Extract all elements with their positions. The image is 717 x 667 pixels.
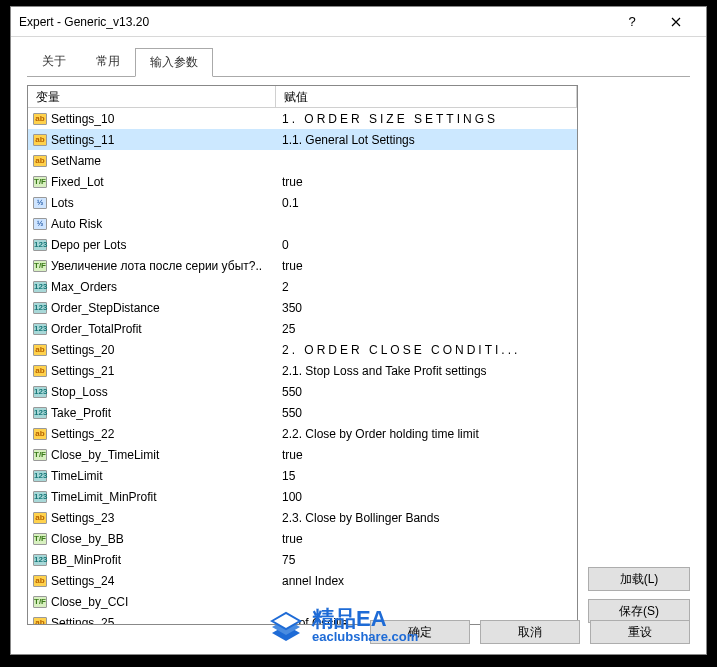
table-row[interactable]: 123Take_Profit550 [28, 402, 577, 423]
variable-name: Settings_22 [51, 427, 114, 441]
cell-variable: 123Depo per Lots [28, 238, 276, 252]
table-row[interactable]: T/FУвеличение лота после серии убыт?..tr… [28, 255, 577, 276]
cell-variable: abSettings_21 [28, 364, 276, 378]
table-row[interactable]: 123Order_TotalProfit25 [28, 318, 577, 339]
table-row[interactable]: abSettings_22 2.2. Close by Order holdin… [28, 423, 577, 444]
type-vf-icon: T/F [33, 176, 47, 188]
type-12a-icon: 123 [33, 407, 47, 419]
cell-value[interactable]: 1. ORDER SIZE SETTINGS [276, 112, 577, 126]
cell-value[interactable]: 2 [276, 280, 577, 294]
type-vf-icon: T/F [33, 533, 47, 545]
cell-variable: 123Order_StepDistance [28, 301, 276, 315]
table-row[interactable]: T/FClose_by_BBtrue [28, 528, 577, 549]
type-ab-icon: ab [33, 344, 47, 356]
tab-common[interactable]: 常用 [81, 47, 135, 76]
cell-variable: T/FClose_by_BB [28, 532, 276, 546]
table-row[interactable]: 123TimeLimit15 [28, 465, 577, 486]
variable-name: Auto Risk [51, 217, 102, 231]
cell-value[interactable]: 15 [276, 469, 577, 483]
table-row[interactable]: 123Stop_Loss550 [28, 381, 577, 402]
type-ab-icon: ab [33, 617, 47, 626]
cell-value[interactable]: 2.1. Stop Loss and Take Profit settings [276, 364, 577, 378]
cell-variable: T/FFixed_Lot [28, 175, 276, 189]
help-button[interactable]: ? [610, 8, 654, 36]
table-row[interactable]: ½Lots0.1 [28, 192, 577, 213]
type-vf-icon: T/F [33, 596, 47, 608]
cell-value[interactable]: 25 [276, 322, 577, 336]
cell-value[interactable]: 2.2. Close by Order holding time limit [276, 427, 577, 441]
type-12a-icon: 123 [33, 470, 47, 482]
cell-variable: 123Take_Profit [28, 406, 276, 420]
table-row[interactable]: abSettings_24 annel Index [28, 570, 577, 591]
cell-variable: abSettings_24 [28, 574, 276, 588]
cell-variable: T/FClose_by_TimeLimit [28, 448, 276, 462]
cell-value[interactable]: 0 [276, 238, 577, 252]
table-row[interactable]: abSettings_23 2.3. Close by Bollinger Ba… [28, 507, 577, 528]
header-value[interactable]: 赋值 [276, 86, 577, 107]
cell-value[interactable]: 100 [276, 490, 577, 504]
type-12a-icon: 123 [33, 281, 47, 293]
cell-value[interactable]: 350 [276, 301, 577, 315]
table-row[interactable]: abSettings_202. ORDER CLOSE CONDITI... [28, 339, 577, 360]
content-area: 变量 赋值 abSettings_101. ORDER SIZE SETTING… [11, 77, 706, 637]
table-row[interactable]: ½Auto Risk [28, 213, 577, 234]
cancel-button[interactable]: 取消 [480, 620, 580, 644]
cell-value[interactable]: 75 [276, 553, 577, 567]
table-row[interactable]: abSettings_101. ORDER SIZE SETTINGS [28, 108, 577, 129]
type-12a-icon: 123 [33, 554, 47, 566]
table-row[interactable]: abSettings_11 1.1. General Lot Settings [28, 129, 577, 150]
tab-underline [27, 76, 690, 77]
cell-variable: T/FУвеличение лота после серии убыт?.. [28, 259, 276, 273]
variable-name: Order_TotalProfit [51, 322, 142, 336]
cell-value[interactable]: true [276, 532, 577, 546]
variable-name: Close_by_BB [51, 532, 124, 546]
table-row[interactable]: abSettings_21 2.1. Stop Loss and Take Pr… [28, 360, 577, 381]
variable-name: Depo per Lots [51, 238, 126, 252]
cell-variable: 123Order_TotalProfit [28, 322, 276, 336]
cell-variable: abSettings_20 [28, 343, 276, 357]
close-icon [671, 17, 681, 27]
cell-value[interactable]: 0.1 [276, 196, 577, 210]
watermark-brand-en: EA [356, 607, 387, 630]
tab-bar: 关于 常用 输入参数 [11, 37, 706, 76]
type-12a-icon: 123 [33, 302, 47, 314]
header-variable[interactable]: 变量 [28, 86, 276, 107]
variable-name: Order_StepDistance [51, 301, 160, 315]
cell-variable: abSettings_23 [28, 511, 276, 525]
variable-name: Settings_24 [51, 574, 114, 588]
table-row[interactable]: 123Depo per Lots0 [28, 234, 577, 255]
dialog-window: Expert - Generic_v13.20 ? 关于 常用 输入参数 变量 … [10, 6, 707, 655]
close-button[interactable] [654, 8, 698, 36]
reset-button[interactable]: 重设 [590, 620, 690, 644]
cell-value[interactable]: true [276, 175, 577, 189]
table-row[interactable]: T/FClose_by_TimeLimittrue [28, 444, 577, 465]
variable-name: Увеличение лота после серии убыт?.. [51, 259, 262, 273]
table-body[interactable]: abSettings_101. ORDER SIZE SETTINGSabSet… [28, 108, 577, 625]
watermark-logo-icon [266, 609, 306, 643]
type-ab-icon: ab [33, 113, 47, 125]
table-row[interactable]: 123Max_Orders2 [28, 276, 577, 297]
type-ab-icon: ab [33, 365, 47, 377]
titlebar-buttons: ? [610, 8, 698, 36]
table-row[interactable]: 123Order_StepDistance350 [28, 297, 577, 318]
cell-value[interactable]: true [276, 259, 577, 273]
table-row[interactable]: T/FFixed_Lottrue [28, 171, 577, 192]
load-button[interactable]: 加载(L) [588, 567, 690, 591]
table-header-row: 变量 赋值 [28, 86, 577, 108]
tab-inputs[interactable]: 输入参数 [135, 48, 213, 77]
sidebar-buttons: 加载(L) 保存(S) [588, 85, 690, 625]
cell-value[interactable]: true [276, 448, 577, 462]
type-12a-icon: 123 [33, 491, 47, 503]
cell-value[interactable]: annel Index [276, 574, 577, 588]
cell-value[interactable]: 550 [276, 406, 577, 420]
cell-value[interactable]: 2.3. Close by Bollinger Bands [276, 511, 577, 525]
cell-value[interactable]: 2. ORDER CLOSE CONDITI... [276, 343, 577, 357]
cell-value[interactable]: 1.1. General Lot Settings [276, 133, 577, 147]
variable-name: Settings_25 [51, 616, 114, 626]
table-row[interactable]: 123BB_MinProfit75 [28, 549, 577, 570]
cell-value[interactable]: 550 [276, 385, 577, 399]
tab-about[interactable]: 关于 [27, 47, 81, 76]
table-row[interactable]: abSetName [28, 150, 577, 171]
table-row[interactable]: 123TimeLimit_MinProfit100 [28, 486, 577, 507]
variable-name: Settings_20 [51, 343, 114, 357]
